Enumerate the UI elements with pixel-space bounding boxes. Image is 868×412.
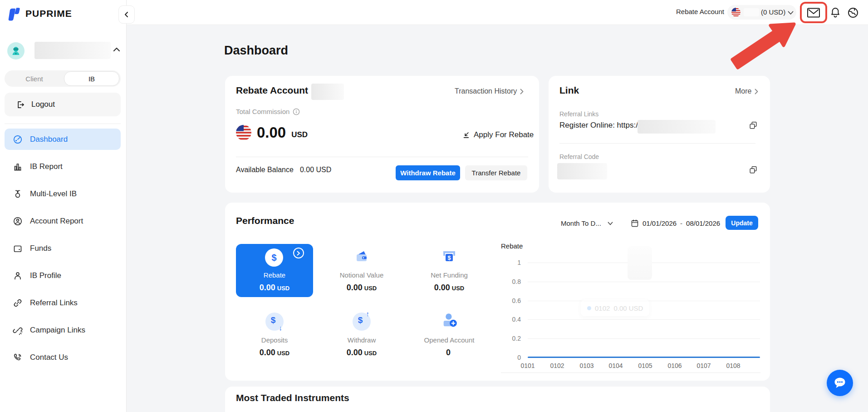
apply-arrow-icon	[462, 131, 470, 139]
update-button[interactable]: Update	[726, 216, 758, 230]
us-flag-icon	[236, 125, 251, 140]
metric-label: Notional Value	[323, 271, 400, 279]
avatar[interactable]	[7, 42, 25, 60]
transaction-history-link[interactable]: Transaction History	[455, 87, 524, 95]
sidebar-menu: Dashboard IB Report Multi-Level IB Accou…	[5, 129, 121, 374]
metric-label: Rebate	[236, 271, 313, 279]
language-button[interactable]	[847, 6, 859, 19]
date-range-picker[interactable]: 01/01/2026 - 08/01/2026	[631, 219, 720, 228]
metric-tile-notional-value[interactable]: Notional Value 0.00USD	[323, 244, 400, 297]
metric-tile-net-funding[interactable]: $ Net Funding 0.00USD	[411, 244, 488, 297]
notional-value-icon	[353, 249, 370, 265]
chat-icon	[833, 376, 847, 390]
deposits-icon: $ ↓	[265, 313, 284, 331]
y-tick: 0.6	[501, 297, 521, 305]
chevron-right-icon	[520, 89, 524, 94]
sidebar-item-label: Multi-Level IB	[30, 189, 77, 199]
metric-value: 0.00USD	[323, 348, 400, 357]
annotation-arrow	[726, 20, 803, 73]
chevron-down-icon	[788, 11, 794, 15]
sidebar-item-account-report[interactable]: Account Report	[5, 210, 121, 232]
chart-gridline	[528, 282, 760, 282]
withdraw-icon: $ ↑	[353, 313, 371, 331]
copy-referral-link-button[interactable]	[747, 119, 759, 131]
metric-tile-opened-account[interactable]: Opened Account 0	[411, 309, 488, 362]
brand-logo: PUPRIME	[7, 6, 72, 21]
x-tick: 0106	[661, 362, 688, 369]
sidebar-collapse-button[interactable]	[118, 5, 135, 24]
referral-code-label: Referral Code	[559, 153, 599, 160]
metric-tile-withdraw[interactable]: $ ↑ Withdraw 0.00USD	[323, 309, 400, 362]
rebate-account-card: Rebate Account Transaction History Total…	[225, 76, 539, 193]
sidebar-item-contact-us[interactable]: Contact Us	[5, 347, 121, 368]
metric-label: Opened Account	[411, 336, 488, 344]
link-more-link[interactable]: More	[735, 87, 758, 95]
sidebar-item-campaign-links[interactable]: Campaign Links	[5, 319, 121, 341]
brand-name: PUPRIME	[25, 8, 72, 19]
user-menu-collapse[interactable]	[113, 46, 121, 55]
puprime-logo-icon	[7, 6, 21, 21]
phone-icon	[13, 352, 23, 362]
notifications-button[interactable]	[829, 6, 842, 19]
apply-for-rebate-link[interactable]: Apply For Rebate	[462, 130, 534, 139]
account-type-toggle: Client IB	[5, 70, 121, 87]
total-commission-label: Total Commission	[236, 108, 289, 115]
y-tick: 1	[501, 258, 521, 267]
metric-tile-deposits[interactable]: $ ↓ Deposits 0.00USD	[236, 309, 313, 362]
page-title: Dashboard	[224, 44, 288, 58]
metric-label: Withdraw	[323, 336, 400, 344]
chevron-down-icon	[608, 222, 613, 225]
header-account-label: Rebate Account	[676, 8, 724, 15]
chart-ghost-box	[628, 246, 652, 280]
sidebar-item-ib-profile[interactable]: IB Profile	[5, 265, 121, 286]
chat-button[interactable]	[827, 370, 853, 396]
performance-title: Performance	[236, 215, 294, 226]
transaction-history-label: Transaction History	[455, 87, 517, 95]
referral-link-text: Register Online: https:/	[559, 121, 638, 130]
mail-button[interactable]	[803, 5, 824, 20]
toggle-client[interactable]: Client	[5, 75, 64, 83]
account-selector[interactable]: (0 USD)	[727, 5, 796, 20]
referral-links-label: Referral Links	[559, 110, 598, 118]
medal-icon	[13, 189, 23, 199]
redacted-user-name	[34, 42, 111, 59]
copy-referral-code-button[interactable]	[747, 164, 759, 176]
transfer-rebate-button[interactable]: Transfer Rebate	[465, 165, 527, 180]
y-tick: 0.8	[501, 278, 521, 286]
sidebar-item-label: Campaign Links	[30, 326, 85, 335]
globe-icon	[847, 7, 859, 19]
period-selector[interactable]: Month To D...	[561, 219, 613, 227]
tooltip-value: 0.00 USD	[613, 304, 643, 312]
x-tick: 0107	[690, 362, 717, 369]
metric-tile-rebate[interactable]: $ Rebate 0.00USD	[236, 244, 313, 297]
sidebar-item-label: Funds	[30, 244, 51, 253]
sidebar-divider	[5, 124, 121, 124]
sidebar-item-ib-report[interactable]: IB Report	[5, 156, 121, 177]
account-report-icon	[13, 216, 23, 226]
svg-text:$: $	[447, 254, 451, 261]
sidebar-item-multi-level-ib[interactable]: Multi-Level IB	[5, 183, 121, 204]
card-divider	[559, 143, 755, 144]
y-tick: 0	[501, 353, 521, 362]
sidebar-item-label: Contact Us	[30, 353, 68, 362]
sidebar-item-referral-links[interactable]: Referral Links	[5, 292, 121, 313]
rebate-card-title: Rebate Account	[236, 85, 308, 96]
chart-title: Rebate	[501, 242, 523, 250]
bell-icon	[830, 7, 841, 19]
mail-icon	[807, 7, 820, 18]
tile-arrow-button[interactable]	[293, 248, 304, 258]
chart-line-series[interactable]	[528, 357, 760, 358]
chevron-up-icon	[113, 46, 121, 53]
toggle-ib[interactable]: IB	[64, 71, 119, 86]
sidebar-item-dashboard[interactable]: Dashboard	[5, 129, 121, 150]
us-flag-icon	[731, 8, 740, 17]
available-balance-value: 0.00 USD	[300, 166, 331, 174]
logout-button[interactable]: Logout	[5, 93, 121, 116]
link-card-title: Link	[559, 85, 579, 96]
info-icon[interactable]	[293, 108, 300, 115]
withdraw-rebate-button[interactable]: Withdraw Rebate	[396, 165, 460, 180]
metric-value: 0.00USD	[323, 283, 400, 293]
sidebar-item-funds[interactable]: Funds	[5, 238, 121, 259]
date-separator: -	[680, 219, 682, 227]
logout-label: Logout	[31, 100, 55, 109]
